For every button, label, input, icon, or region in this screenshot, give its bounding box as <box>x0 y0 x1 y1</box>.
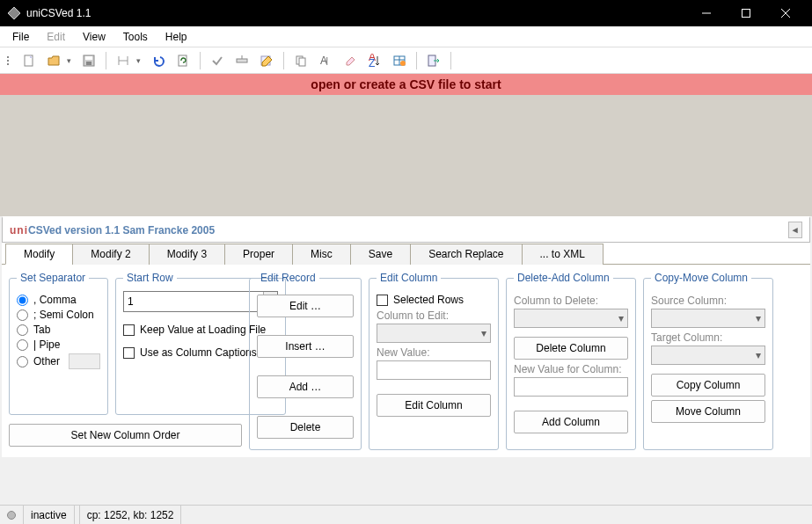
tab-to-xml[interactable]: ... to XML <box>522 244 604 265</box>
edit-icon[interactable] <box>255 49 278 72</box>
selected-rows-label: Selected Rows <box>393 294 464 306</box>
app-version-strip: uni CSVed version 1.1 Sam Francke 2005 ◂ <box>2 216 810 243</box>
sep-other-input[interactable] <box>69 353 100 369</box>
add-column-button[interactable]: Add Column <box>514 411 628 433</box>
menu-edit[interactable]: Edit <box>38 29 74 45</box>
edit-column-button[interactable]: Edit Column <box>377 394 491 417</box>
tab-search-replace[interactable]: Search Replace <box>410 244 522 265</box>
source-column-select[interactable]: ▾ <box>651 309 765 328</box>
app-icon <box>7 6 21 20</box>
tab-modify[interactable]: Modify <box>5 244 73 265</box>
title-bar: uniCSVed 1.1 <box>0 0 812 26</box>
start-banner: open or create a CSV file to start <box>0 74 812 95</box>
minimize-button[interactable] <box>686 0 726 26</box>
check-icon[interactable] <box>206 49 229 72</box>
svg-text:I: I <box>326 55 328 68</box>
column-width-icon[interactable] <box>112 49 135 72</box>
target-column-label: Target Column: <box>651 331 765 344</box>
sep-tab-radio[interactable]: Tab <box>17 324 100 336</box>
column-dropdown-icon[interactable]: ▾ <box>136 56 145 65</box>
open-dropdown-icon[interactable]: ▾ <box>67 56 76 65</box>
new-value-input[interactable] <box>377 360 491 380</box>
column-to-delete-label: Column to Delete: <box>514 295 628 307</box>
new-file-icon[interactable] <box>18 49 40 72</box>
status-bar: inactive cp: 1252, kb: 1252 <box>0 505 812 524</box>
svg-rect-13 <box>237 59 247 62</box>
maximize-button[interactable] <box>726 0 765 26</box>
toolbar-grip <box>7 51 12 70</box>
set-separator-legend: Set Separator <box>17 272 89 284</box>
svg-rect-2 <box>742 10 750 18</box>
selected-rows-checkbox[interactable] <box>377 295 388 306</box>
erase-icon[interactable] <box>339 49 362 72</box>
set-column-order-button[interactable]: Set New Column Order <box>9 424 242 447</box>
open-file-icon[interactable] <box>42 49 65 72</box>
delete-add-column-group: Delete-Add Column Column to Delete: ▾ De… <box>506 272 636 450</box>
tab-strip: Modify Modify 2 Modify 3 Proper Misc Sav… <box>2 243 810 265</box>
tab-modify3[interactable]: Modify 3 <box>149 244 225 265</box>
refresh-icon[interactable] <box>172 49 194 72</box>
font-icon[interactable]: AI <box>314 49 337 72</box>
undo-icon[interactable] <box>147 49 170 72</box>
keep-value-checkbox[interactable] <box>123 324 135 336</box>
column-to-edit-select[interactable]: ▾ <box>377 324 491 343</box>
copy-move-column-legend: Copy-Move Column <box>651 272 751 284</box>
source-column-label: Source Column: <box>651 295 765 307</box>
sep-comma-radio[interactable]: , Comma <box>17 294 100 306</box>
add-record-button[interactable]: Add … <box>257 375 354 398</box>
status-codepage: cp: 1252, kb: 1252 <box>80 506 182 524</box>
svg-rect-7 <box>85 56 92 60</box>
tab-modify2[interactable]: Modify 2 <box>72 244 149 265</box>
copy-icon[interactable] <box>289 49 312 72</box>
toolbar: ▾ ▾ AI AZ <box>0 47 812 74</box>
column-to-edit-label: Column to Edit: <box>377 309 491 322</box>
delete-column-button[interactable]: Delete Column <box>514 337 628 360</box>
edit-record-group: Edit Record Edit … Insert … Add … Delete <box>249 272 362 450</box>
modify-panel: Set Separator , Comma ; Semi Colon Tab |… <box>2 265 810 457</box>
save-file-icon[interactable] <box>77 49 100 72</box>
tab-misc[interactable]: Misc <box>292 244 351 265</box>
close-button[interactable] <box>765 0 805 26</box>
insert-record-button[interactable]: Insert … <box>257 335 354 358</box>
window-title: uniCSVed 1.1 <box>26 7 686 19</box>
svg-rect-17 <box>299 58 305 66</box>
new-value-column-label: New Value for Column: <box>514 363 628 375</box>
column-to-delete-select[interactable]: ▾ <box>514 309 628 328</box>
svg-point-25 <box>400 61 406 66</box>
status-dot-icon <box>7 511 16 520</box>
table-icon[interactable] <box>388 49 411 72</box>
menu-file[interactable]: File <box>4 29 38 45</box>
edit-column-legend: Edit Column <box>377 272 441 284</box>
use-captions-checkbox[interactable] <box>123 347 135 359</box>
sort-icon[interactable]: AZ <box>363 49 386 72</box>
copy-column-button[interactable]: Copy Column <box>651 374 765 397</box>
keep-value-label: Keep Value at Loading File <box>140 324 266 336</box>
strip-scroll-left-icon[interactable]: ◂ <box>788 222 802 238</box>
edit-column-group: Edit Column Selected Rows Column to Edit… <box>369 272 499 450</box>
status-inactive: inactive <box>24 506 75 524</box>
move-column-button[interactable]: Move Column <box>651 400 765 423</box>
sep-other-radio[interactable]: Other <box>17 353 100 369</box>
insert-row-icon[interactable] <box>230 49 253 72</box>
sep-pipe-radio[interactable]: | Pipe <box>17 338 100 351</box>
tab-save[interactable]: Save <box>350 244 411 265</box>
delete-add-column-legend: Delete-Add Column <box>514 272 613 284</box>
menu-tools[interactable]: Tools <box>114 29 157 45</box>
start-row-legend: Start Row <box>123 272 177 284</box>
exit-icon[interactable] <box>422 49 445 72</box>
edit-record-button[interactable]: Edit … <box>257 295 354 317</box>
menu-bar: File Edit View Tools Help <box>0 26 812 47</box>
copy-move-column-group: Copy-Move Column Source Column: ▾ Target… <box>643 272 773 450</box>
sep-semicolon-radio[interactable]: ; Semi Colon <box>17 309 100 321</box>
delete-record-button[interactable]: Delete <box>257 416 354 439</box>
menu-view[interactable]: View <box>74 29 114 45</box>
set-separator-group: Set Separator , Comma ; Semi Colon Tab |… <box>9 272 108 415</box>
menu-help[interactable]: Help <box>157 29 196 45</box>
svg-marker-0 <box>8 7 20 19</box>
logo-uni: uni <box>10 224 28 237</box>
svg-text:Z: Z <box>369 57 375 68</box>
tab-proper[interactable]: Proper <box>224 244 293 265</box>
start-row-input[interactable] <box>124 292 263 311</box>
new-value-column-input[interactable] <box>514 377 628 397</box>
target-column-select[interactable]: ▾ <box>651 346 765 365</box>
